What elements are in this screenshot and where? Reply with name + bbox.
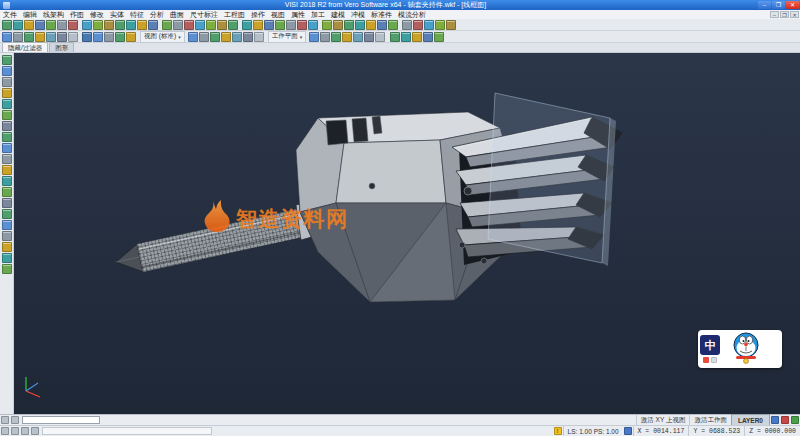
menu-item-4[interactable]: 修改 <box>87 10 107 19</box>
toolbar-icon[interactable] <box>2 55 12 65</box>
toolbar-icon[interactable] <box>342 32 352 42</box>
view-standard-dropdown[interactable]: 视图 (标准) ▾ <box>140 31 185 43</box>
command-input[interactable] <box>22 416 100 424</box>
toolbar-icon[interactable] <box>35 32 45 42</box>
menu-item-7[interactable]: 分析 <box>147 10 167 19</box>
toolbar-icon[interactable] <box>366 20 376 30</box>
toolbar-icon[interactable] <box>435 20 445 30</box>
toolbar-icon[interactable] <box>148 20 158 30</box>
toolbar-icon[interactable] <box>46 20 56 30</box>
toolbar-icon[interactable] <box>364 32 374 42</box>
menu-item-12[interactable]: 视图 <box>268 10 288 19</box>
menu-item-0[interactable]: 文件 <box>0 10 20 19</box>
toolbar-icon[interactable] <box>309 32 319 42</box>
minimize-button[interactable]: – <box>758 1 771 9</box>
toolbar-icon[interactable] <box>401 32 411 42</box>
toolbar-icon[interactable] <box>2 198 12 208</box>
ime-language-button[interactable]: 中 <box>700 335 720 355</box>
menu-item-8[interactable]: 曲面 <box>167 10 187 19</box>
toolbar-icon[interactable] <box>2 264 12 274</box>
toolbar-icon[interactable] <box>221 32 231 42</box>
doc-restore-button[interactable]: ❐ <box>780 11 789 18</box>
toolbar-icon[interactable] <box>2 220 12 230</box>
toolbar-icon[interactable] <box>344 20 354 30</box>
toolbar-icon[interactable] <box>2 176 12 186</box>
menu-item-5[interactable]: 实体 <box>107 10 127 19</box>
toolbar-icon[interactable] <box>254 32 264 42</box>
ime-option-icon[interactable] <box>711 357 717 363</box>
toolbar-icon[interactable] <box>173 20 183 30</box>
toolbar-icon[interactable] <box>199 32 209 42</box>
menu-item-14[interactable]: 加工 <box>308 10 328 19</box>
menu-item-17[interactable]: 标准件 <box>368 10 395 19</box>
toolbar-icon[interactable] <box>24 32 34 42</box>
toolbar-icon[interactable] <box>188 32 198 42</box>
menu-item-18[interactable]: 模流分析 <box>395 10 429 19</box>
snap-grid-icon[interactable] <box>1 427 9 435</box>
tracking-icon[interactable] <box>624 427 632 435</box>
prompt-icon[interactable] <box>1 416 9 424</box>
ime-option-icon[interactable] <box>703 357 709 363</box>
toolbar-icon[interactable] <box>184 20 194 30</box>
toolbar-icon[interactable] <box>104 20 114 30</box>
toolbar-icon[interactable] <box>82 32 92 42</box>
doc-minimize-button[interactable]: – <box>770 11 779 18</box>
toolbar-icon[interactable] <box>377 20 387 30</box>
toolbar-icon[interactable] <box>115 32 125 42</box>
toolbar-icon[interactable] <box>308 20 318 30</box>
toolbar-icon[interactable] <box>2 209 12 219</box>
panel-tab-1[interactable]: 图形 <box>49 42 74 52</box>
toolbar-icon[interactable] <box>275 20 285 30</box>
stop-icon[interactable] <box>781 416 789 424</box>
toolbar-icon[interactable] <box>2 99 12 109</box>
menu-item-15[interactable]: 建模 <box>328 10 348 19</box>
toolbar-icon[interactable] <box>93 20 103 30</box>
toolbar-icon[interactable] <box>115 20 125 30</box>
toolbar-icon[interactable] <box>137 20 147 30</box>
toolbar-icon[interactable] <box>388 20 398 30</box>
toolbar-icon[interactable] <box>57 32 67 42</box>
toolbar-icon[interactable] <box>2 242 12 252</box>
toolbar-icon[interactable] <box>93 32 103 42</box>
toolbar-icon[interactable] <box>412 32 422 42</box>
toolbar-icon[interactable] <box>232 32 242 42</box>
toolbar-icon[interactable] <box>2 165 12 175</box>
toolbar-icon[interactable] <box>2 121 12 131</box>
toolbar-icon[interactable] <box>413 20 423 30</box>
toolbar-icon[interactable] <box>331 32 341 42</box>
toolbar-icon[interactable] <box>402 20 412 30</box>
toolbar-icon[interactable] <box>68 32 78 42</box>
toolbar-icon[interactable] <box>35 20 45 30</box>
toolbar-icon[interactable] <box>375 32 385 42</box>
toolbar-icon[interactable] <box>126 20 136 30</box>
history-icon[interactable] <box>11 416 19 424</box>
toolbar-icon[interactable] <box>333 20 343 30</box>
toolbar-icon[interactable] <box>2 88 12 98</box>
toolbar-icon[interactable] <box>353 32 363 42</box>
menu-item-2[interactable]: 线架构 <box>40 10 67 19</box>
menu-item-13[interactable]: 属性 <box>288 10 308 19</box>
toolbar-icon[interactable] <box>82 20 92 30</box>
menu-item-16[interactable]: 冲模 <box>348 10 368 19</box>
toolbar-icon[interactable] <box>423 32 433 42</box>
menu-item-3[interactable]: 作图 <box>67 10 87 19</box>
close-button[interactable]: ✕ <box>786 1 799 9</box>
toolbar-icon[interactable] <box>2 110 12 120</box>
toolbar-icon[interactable] <box>355 20 365 30</box>
toolbar-icon[interactable] <box>228 20 238 30</box>
toolbar-icon[interactable] <box>424 20 434 30</box>
toolbar-icon[interactable] <box>126 32 136 42</box>
active-view-label[interactable]: 激活 XY 上视图 <box>636 415 690 425</box>
toolbar-icon[interactable] <box>2 132 12 142</box>
active-workplane-label[interactable]: 激活工作面 <box>689 415 731 425</box>
toolbar-icon[interactable] <box>162 20 172 30</box>
toolbar-icon[interactable] <box>446 20 456 30</box>
toolbar-icon[interactable] <box>253 20 263 30</box>
viewport-canvas[interactable]: 智造资料网 <box>14 53 800 414</box>
toolbar-icon[interactable] <box>57 20 67 30</box>
go-icon[interactable] <box>791 416 799 424</box>
toolbar-icon[interactable] <box>322 20 332 30</box>
toolbar-icon[interactable] <box>2 231 12 241</box>
toolbar-icon[interactable] <box>46 32 56 42</box>
toolbar-icon[interactable] <box>2 20 12 30</box>
